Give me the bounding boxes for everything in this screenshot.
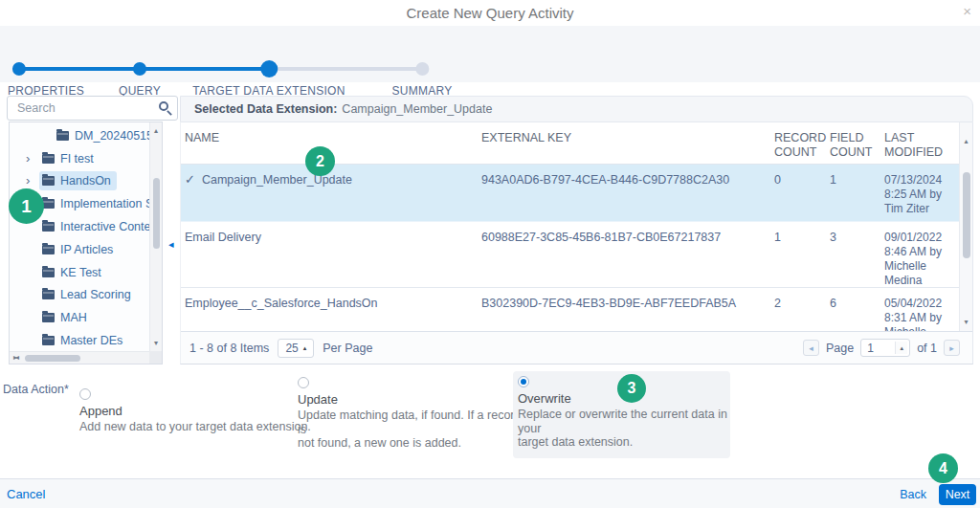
step-dot-icon (12, 62, 26, 76)
tree-item[interactable]: Lead Scoring (10, 284, 151, 307)
table-header: NAME EXTERNAL KEY RECORD COUNT FIELD COU… (181, 122, 972, 165)
scrollbar-corner (149, 351, 162, 364)
page-value: 1 (867, 342, 874, 355)
stepper-step[interactable]: QUERY (119, 62, 161, 98)
next-button[interactable]: Next (939, 484, 976, 505)
tree-item-target: Master DEs (39, 331, 128, 350)
folder-icon (56, 131, 69, 141)
table-row[interactable]: Email Delivery 60988E27-3C85-45B6-81B7-C… (181, 222, 972, 288)
per-page-value: 25 (285, 342, 298, 355)
cell-name: ✓Campaign_Member_Update (185, 173, 481, 221)
folder-icon (42, 176, 55, 186)
tree-item-target: IP Articles (39, 240, 119, 259)
page-spinner-icon[interactable]: ▴ (895, 342, 907, 354)
column-header[interactable]: EXTERNAL KEY (481, 131, 774, 164)
data-action-option[interactable]: Overwrite Replace or overwrite the curre… (513, 371, 730, 458)
tree-item-target: KE Test (39, 263, 107, 282)
stepper-steps: PROPERTIES QUERY TARGET DATA EXTENSION S… (0, 26, 980, 82)
panel-collapse-icon[interactable]: ◂ (168, 238, 174, 251)
page-label: Page (826, 342, 854, 355)
data-action-option[interactable]: Append Add new data to your target data … (79, 388, 311, 434)
tree-item[interactable]: MAH (10, 306, 151, 329)
scroll-down-icon[interactable]: ▾ (960, 317, 972, 328)
option-description: Update matching data, if found. If a rec… (298, 409, 532, 451)
radio-button[interactable] (518, 376, 529, 387)
option-description: Add new data to your target data extensi… (79, 420, 311, 434)
tree-search (7, 96, 178, 121)
tree-horizontal-scrollbar[interactable]: ◂ ▸ (10, 351, 149, 364)
page-input[interactable]: 1 ▴ (860, 339, 910, 357)
radio-button[interactable] (298, 377, 309, 388)
tree-item-label: KE Test (60, 266, 101, 279)
folder-tree: DM_20240515_0 › FI test › HandsOn (10, 124, 151, 352)
cancel-link[interactable]: Cancel (7, 487, 45, 501)
tree-item[interactable]: Implementation S (10, 192, 151, 215)
scroll-thumb[interactable] (25, 355, 80, 362)
per-page-arrow-icon: ▴ (303, 344, 307, 351)
scroll-up-icon[interactable]: ▴ (150, 125, 162, 137)
table-row[interactable]: ✓Campaign_Member_Update 943A0AD6-B797-4C… (181, 165, 972, 222)
tree-item[interactable]: › HandsOn (10, 170, 151, 193)
folder-icon (42, 336, 55, 345)
folder-icon (42, 268, 55, 277)
search-input[interactable] (7, 96, 178, 121)
tree-item-target: HandsOn (39, 171, 117, 190)
tree-item-label: Lead Scoring (60, 288, 131, 301)
step-dot-icon (133, 62, 146, 76)
stepper-step[interactable]: PROPERTIES (0, 62, 57, 98)
tree-item-target: FI test (39, 149, 100, 168)
stepper-step[interactable]: TARGET DATA EXTENSION (192, 62, 345, 98)
folder-icon (42, 245, 55, 254)
scroll-thumb[interactable] (963, 172, 970, 258)
tree-item[interactable]: Interactive Conte (10, 215, 151, 238)
search-icon[interactable] (159, 101, 168, 111)
tree-item[interactable]: › FI test (10, 147, 151, 170)
of-label: of 1 (917, 342, 937, 355)
scroll-down-icon[interactable]: ▾ (150, 338, 162, 349)
page-controls: ◂ Page 1 ▴ of 1 ▸ (803, 339, 960, 357)
per-page-label: Per Page (323, 342, 372, 355)
de-name: Employee__c_Salesforce_HandsOn (185, 297, 378, 310)
back-button[interactable]: Back (900, 488, 926, 501)
data-extension-table: NAME EXTERNAL KEY RECORD COUNT FIELD COU… (180, 122, 973, 364)
cell-record-count: 1 (774, 231, 830, 288)
stepper-step[interactable]: SUMMARY (391, 62, 452, 98)
selected-check-icon: ✓ (185, 173, 195, 187)
tree-item[interactable]: DM_20240515_0 (10, 124, 151, 147)
tree-item[interactable]: IP Articles (10, 238, 151, 261)
column-header[interactable]: RECORD COUNT (774, 131, 830, 164)
step-dot-icon (415, 62, 429, 76)
option-description: Replace or overwrite the current data in… (518, 408, 730, 450)
tree-vertical-scrollbar[interactable]: ▴ ▾ (149, 122, 162, 352)
scroll-up-icon[interactable]: ▴ (960, 136, 972, 147)
tree-item[interactable]: KE Test (10, 261, 151, 284)
cell-record-count: 2 (774, 297, 830, 332)
tree-item[interactable]: Master DEs (10, 329, 151, 352)
selected-de-label: Selected Data Extension: (194, 102, 337, 116)
scroll-thumb[interactable] (153, 178, 160, 249)
tree-item-label: HandsOn (60, 174, 111, 188)
column-header[interactable]: FIELD COUNT (830, 131, 884, 164)
tree-item-target: Implementation S (39, 194, 159, 213)
prev-page-button[interactable]: ◂ (803, 340, 819, 356)
tree-item-label: FI test (60, 152, 94, 166)
column-header[interactable]: NAME (185, 131, 481, 164)
table-row[interactable]: Employee__c_Salesforce_HandsOn B302390D-… (181, 288, 972, 332)
scroll-right-icon[interactable]: ▸ (10, 352, 21, 364)
cell-external-key: 943A0AD6-B797-4CEA-B446-C9D7788C2A30 (481, 173, 774, 221)
cell-name: Email Delivery (185, 231, 481, 288)
cell-external-key: 60988E27-3C85-45B6-81B7-CB0E67217837 (481, 231, 774, 288)
close-icon[interactable]: × (963, 3, 971, 19)
option-title: Update (298, 392, 532, 407)
radio-button[interactable] (79, 388, 91, 400)
per-page-select[interactable]: 25 ▴ (278, 339, 314, 358)
next-page-button[interactable]: ▸ (944, 340, 960, 356)
tree-item-label: IP Articles (60, 243, 113, 256)
page-title: Create New Query Activity (0, 5, 980, 21)
step-dot-icon (260, 60, 278, 77)
table-rows: ✓Campaign_Member_Update 943A0AD6-B797-4C… (181, 165, 972, 332)
table-vertical-scrollbar[interactable]: ▴ ▾ (959, 122, 972, 332)
folder-icon (42, 199, 55, 209)
tree-item-target: MAH (39, 308, 93, 327)
data-action-option[interactable]: Update Update matching data, if found. I… (298, 377, 532, 451)
